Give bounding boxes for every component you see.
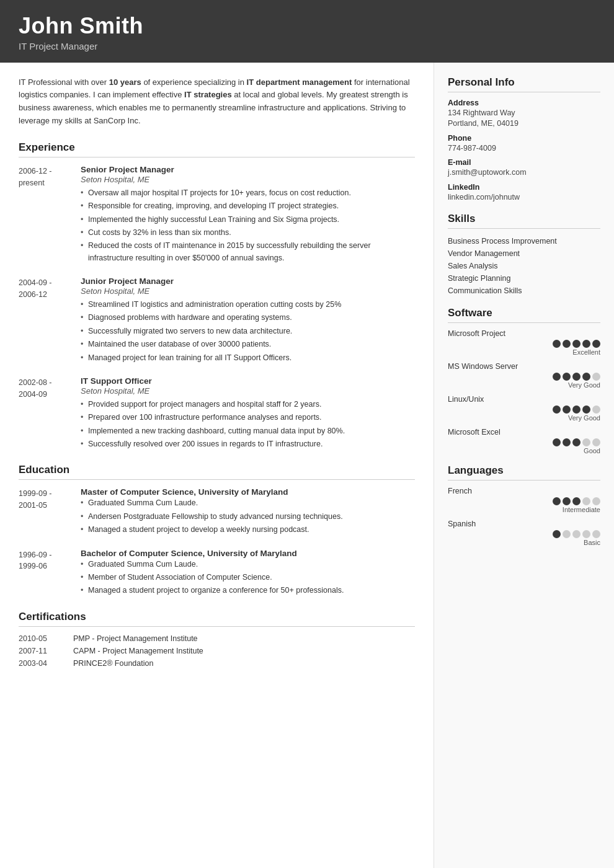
address-label: Address	[448, 99, 600, 107]
skill-item: Business Process Improvement	[448, 235, 600, 247]
filled-dot	[553, 530, 561, 538]
list-item: Oversaw all major hospital IT projects f…	[81, 187, 415, 199]
certification-entry: 2007-11CAPM - Project Management Institu…	[19, 647, 415, 655]
left-column: IT Professional with over 10 years of ex…	[0, 63, 434, 868]
filled-dot	[582, 340, 590, 348]
list-item: Graduated Summa Cum Laude.	[81, 559, 415, 570]
empty-dot	[592, 405, 600, 414]
filled-dot	[572, 497, 581, 505]
list-item: Cut costs by 32% in less than six months…	[81, 227, 415, 239]
list-item: Successfully resolved over 200 issues in…	[81, 438, 415, 450]
list-item: Reduced the costs of IT maintenance in 2…	[81, 240, 415, 264]
filled-dot	[572, 340, 581, 348]
filled-dot	[582, 373, 590, 381]
skills-list: Business Process ImprovementVendor Manag…	[448, 235, 600, 297]
list-item: Implemented the highly successful Lean T…	[81, 214, 415, 226]
language-name: French	[448, 487, 600, 495]
empty-dot	[582, 497, 590, 505]
software-item: Microsoft ExcelGood	[448, 428, 600, 454]
software-name: MS Windows Server	[448, 362, 600, 371]
experience-entry: 2004-09 -2006-12Junior Project ManagerSe…	[19, 277, 415, 365]
exp-content: IT Support OfficerSeton Hospital, MEProv…	[81, 376, 415, 452]
filled-dot	[563, 373, 571, 381]
empty-dot	[582, 530, 590, 538]
certifications-section: Certifications 2010-05PMP - Project Mana…	[19, 611, 415, 668]
main-layout: IT Professional with over 10 years of ex…	[0, 63, 614, 868]
exp-bullets: Streamlined IT logistics and administrat…	[81, 299, 415, 364]
certifications-list: 2010-05PMP - Project Management Institut…	[19, 634, 415, 668]
empty-dot	[592, 497, 600, 505]
skill-item: Vendor Management	[448, 247, 600, 260]
exp-job-title: IT Support Officer	[81, 376, 415, 386]
education-section: Education 1999-09 -2001-05Master of Comp…	[19, 464, 415, 598]
certification-entry: 2003-04PRINCE2® Foundation	[19, 659, 415, 668]
list-item: Maintained the user database of over 300…	[81, 339, 415, 350]
software-title: Software	[448, 307, 600, 323]
certifications-title: Certifications	[19, 611, 415, 627]
resume-header: John Smith IT Project Manager	[0, 0, 614, 63]
empty-dot	[592, 530, 600, 538]
language-level: Basic	[448, 539, 600, 546]
phone-value: 774-987-4009	[448, 143, 600, 154]
dots-row	[448, 373, 600, 381]
edu-content: Master of Computer Science, University o…	[81, 487, 415, 537]
filled-dot	[553, 497, 561, 505]
software-level: Very Good	[448, 414, 600, 422]
list-item: Diagnosed problems with hardware and ope…	[81, 312, 415, 324]
cert-name: PMP - Project Management Institute	[73, 634, 198, 643]
cert-date: 2007-11	[19, 647, 62, 655]
filled-dot	[572, 405, 581, 414]
filled-dot	[572, 438, 581, 446]
edu-dates: 1999-09 -2001-05	[19, 487, 81, 537]
skill-item: Strategic Planning	[448, 272, 600, 285]
dots-row	[448, 340, 600, 348]
exp-dates: 2002-08 -2004-09	[19, 376, 81, 452]
software-level: Excellent	[448, 348, 600, 356]
email-label: E-mail	[448, 158, 600, 167]
edu-dates: 1996-09 -1999-06	[19, 549, 81, 598]
exp-company: Seton Hospital, ME	[81, 386, 415, 396]
cert-date: 2010-05	[19, 634, 62, 643]
certification-entry: 2010-05PMP - Project Management Institut…	[19, 634, 415, 643]
education-list: 1999-09 -2001-05Master of Computer Scien…	[19, 487, 415, 598]
list-item: Managed a student project to organize a …	[81, 585, 415, 596]
exp-job-title: Junior Project Manager	[81, 277, 415, 286]
edu-degree-title: Master of Computer Science, University o…	[81, 487, 415, 497]
candidate-title: IT Project Manager	[19, 41, 595, 51]
summary-section: IT Professional with over 10 years of ex…	[19, 76, 415, 128]
filled-dot	[553, 373, 561, 381]
software-list: Microsoft ProjectExcellentMS Windows Ser…	[448, 329, 600, 454]
right-column: Personal Info Address 134 Rightward WayP…	[434, 63, 614, 868]
list-item: Provided support for project managers an…	[81, 399, 415, 410]
exp-content: Senior Project ManagerSeton Hospital, ME…	[81, 165, 415, 265]
edu-content: Bachelor of Computer Science, University…	[81, 549, 415, 598]
filled-dot	[553, 405, 561, 414]
software-name: Linux/Unix	[448, 395, 600, 404]
edu-bullets: Graduated Summa Cum Laude.Member of Stud…	[81, 559, 415, 597]
list-item: Streamlined IT logistics and administrat…	[81, 299, 415, 311]
software-name: Microsoft Excel	[448, 428, 600, 436]
language-item: FrenchIntermediate	[448, 487, 600, 513]
language-level: Intermediate	[448, 506, 600, 513]
list-item: Graduated Summa Cum Laude.	[81, 497, 415, 509]
list-item: Responsible for creating, improving, and…	[81, 200, 415, 212]
list-item: Successfully migrated two servers to new…	[81, 326, 415, 337]
filled-dot	[563, 405, 571, 414]
filled-dot	[563, 438, 571, 446]
empty-dot	[592, 373, 600, 381]
education-entry: 1999-09 -2001-05Master of Computer Scien…	[19, 487, 415, 537]
cert-date: 2003-04	[19, 659, 62, 668]
experience-entry: 2002-08 -2004-09IT Support OfficerSeton …	[19, 376, 415, 452]
list-item: Member of Student Association of Compute…	[81, 572, 415, 583]
address-value: 134 Rightward WayPortland, ME, 04019	[448, 108, 600, 130]
exp-dates: 2004-09 -2006-12	[19, 277, 81, 365]
filled-dot	[553, 438, 561, 446]
software-item: MS Windows ServerVery Good	[448, 362, 600, 389]
cert-name: PRINCE2® Foundation	[73, 659, 153, 668]
skill-item: Communication Skills	[448, 285, 600, 297]
exp-bullets: Provided support for project managers an…	[81, 399, 415, 451]
personal-info-title: Personal Info	[448, 76, 600, 92]
exp-bullets: Oversaw all major hospital IT projects f…	[81, 187, 415, 264]
education-title: Education	[19, 464, 415, 480]
empty-dot	[563, 530, 571, 538]
